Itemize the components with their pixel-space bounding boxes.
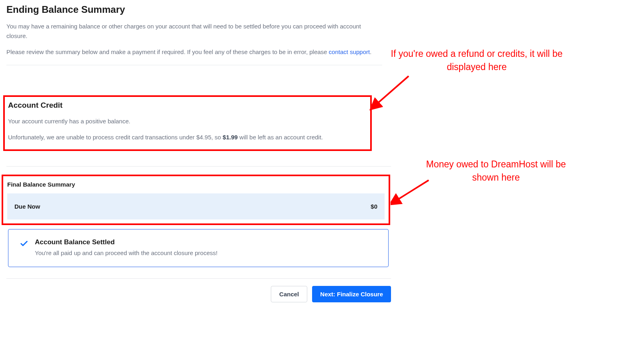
due-now-amount: $0: [371, 203, 377, 210]
arrow-icon: [391, 176, 435, 208]
check-icon: [20, 239, 28, 249]
arrow-icon: [369, 72, 417, 112]
intro-paragraph-1: You may have a remaining balance or othe…: [6, 22, 382, 41]
due-now-label: Due Now: [14, 203, 40, 210]
account-credit-amount: $1.99: [223, 134, 238, 141]
intro-paragraph-2: Please review the summary below and make…: [6, 47, 382, 57]
final-balance-section: Final Balance Summary Due Now $0: [2, 175, 390, 225]
intro-text-pre: Please review the summary below and make…: [6, 48, 329, 55]
intro-text-post: .: [370, 48, 371, 55]
account-credit-line1: Your account currently has a positive ba…: [8, 116, 367, 127]
annotation-refund-credits: If you're owed a refund or credits, it w…: [391, 47, 563, 74]
annotation-money-owed: Money owed to DreamHost will be shown he…: [424, 158, 568, 185]
settled-text: You're all paid up and can proceed with …: [35, 249, 218, 256]
account-credit-line2-pre: Unfortunately, we are unable to process …: [8, 134, 223, 141]
contact-support-link[interactable]: contact support: [329, 48, 370, 55]
cancel-button[interactable]: Cancel: [271, 286, 307, 302]
divider-mid: [6, 166, 391, 167]
account-credit-heading: Account Credit: [8, 101, 367, 110]
button-row: Cancel Next: Finalize Closure: [6, 286, 391, 302]
account-credit-line2-post: will be left as an account credit.: [238, 134, 323, 141]
due-now-row: Due Now $0: [7, 193, 385, 219]
account-credit-section: Account Credit Your account currently ha…: [3, 95, 372, 151]
balance-settled-box: Account Balance Settled You're all paid …: [8, 229, 389, 267]
next-finalize-button[interactable]: Next: Finalize Closure: [312, 286, 391, 302]
svg-line-1: [377, 76, 409, 104]
page-title: Ending Balance Summary: [6, 4, 382, 15]
final-balance-heading: Final Balance Summary: [7, 181, 385, 188]
svg-line-3: [397, 180, 429, 200]
divider-bottom: [6, 278, 391, 279]
account-credit-line2: Unfortunately, we are unable to process …: [8, 132, 367, 143]
settled-title: Account Balance Settled: [35, 238, 218, 246]
